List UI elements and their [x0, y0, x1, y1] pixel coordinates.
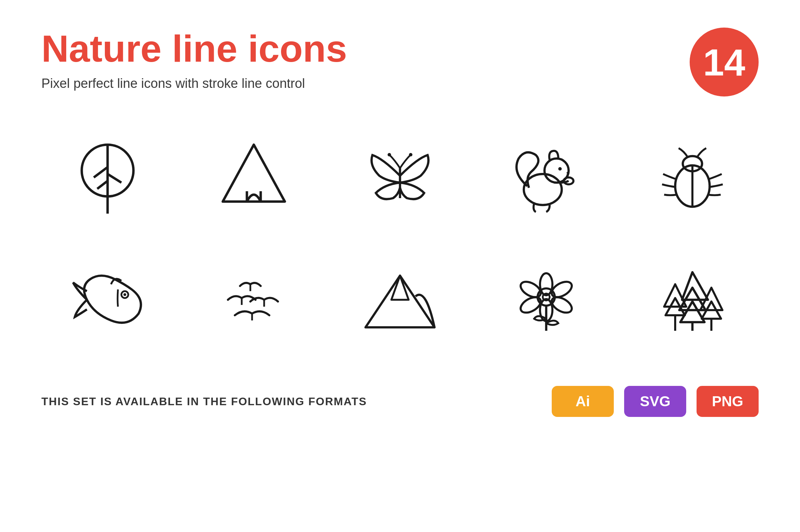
formats-label: THIS SET IS AVAILABLE IN THE FOLLOWING F…: [41, 395, 367, 408]
birds-icon-cell: [188, 248, 320, 351]
bug-icon: [654, 138, 730, 214]
trees-icon-cell: [626, 248, 759, 351]
tent-icon-cell: [188, 124, 320, 227]
svg-point-12: [558, 167, 562, 171]
butterfly-icon-cell: [334, 124, 466, 227]
tree-icon: [70, 138, 146, 214]
mountain-icon: [362, 262, 438, 338]
svg-point-18: [123, 293, 126, 296]
subtitle: Pixel perfect line icons with stroke lin…: [41, 76, 347, 91]
fish-icon-cell: [41, 248, 174, 351]
icons-grid: [41, 124, 759, 351]
squirrel-icon-cell: [480, 124, 612, 227]
title-block: Nature line icons Pixel perfect line ico…: [41, 28, 347, 91]
tent-icon: [216, 138, 292, 214]
svg-line-3: [108, 174, 121, 183]
birds-icon: [216, 262, 292, 338]
svg-point-25: [538, 288, 555, 306]
png-format-button[interactable]: PNG: [697, 386, 759, 417]
mountain-icon-cell: [334, 248, 466, 351]
svg-line-2: [94, 167, 108, 177]
footer-area: THIS SET IS AVAILABLE IN THE FOLLOWING F…: [41, 379, 759, 417]
bug-icon-cell: [626, 124, 759, 227]
flower-icon: [508, 262, 584, 338]
fish-icon: [70, 262, 146, 338]
squirrel-icon: [508, 138, 584, 214]
main-title: Nature line icons: [41, 28, 347, 69]
count-badge: 14: [690, 28, 759, 96]
ai-format-button[interactable]: Ai: [552, 386, 614, 417]
trees-icon: [654, 262, 730, 338]
svg-point-10: [524, 174, 562, 205]
header-area: Nature line icons Pixel perfect line ico…: [41, 28, 759, 96]
tree-icon-cell: [41, 124, 174, 227]
svg-point-19: [540, 273, 552, 295]
svg-line-4: [97, 181, 108, 189]
svg-format-button[interactable]: SVG: [624, 386, 686, 417]
format-buttons: Ai SVG PNG: [552, 386, 759, 417]
svg-point-8: [388, 153, 391, 156]
page-container: Nature line icons Pixel perfect line ico…: [0, 0, 800, 532]
flower-icon-cell: [480, 248, 612, 351]
svg-point-9: [409, 153, 412, 156]
butterfly-icon: [362, 138, 438, 214]
